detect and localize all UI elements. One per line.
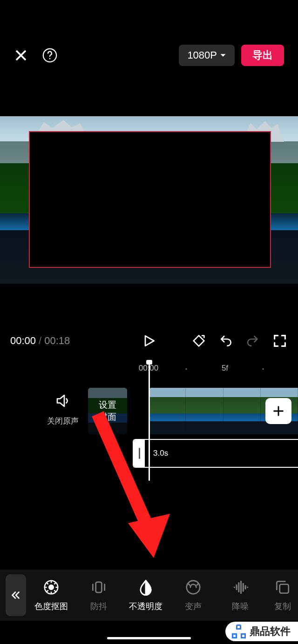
watermark: 鼎品软件 xyxy=(225,622,298,641)
frame-thumb xyxy=(186,388,223,434)
close-icon[interactable] xyxy=(14,48,28,62)
export-label: 导出 xyxy=(252,48,273,62)
tool-copy[interactable]: 复制 xyxy=(271,578,294,612)
cover-label: 设置 封面 xyxy=(88,388,127,434)
redo-icon xyxy=(245,333,261,349)
clip-handle-left[interactable] xyxy=(134,440,145,467)
set-cover-button[interactable]: 设置 封面 xyxy=(88,388,127,434)
time-current: 00:00 xyxy=(10,335,36,346)
frame-thumb xyxy=(224,388,261,434)
chroma-icon xyxy=(42,578,60,596)
tool-voice-change[interactable]: 变声 xyxy=(176,578,210,612)
overlay-clip[interactable]: 3.0s xyxy=(133,439,298,468)
clip-duration: 3.0s xyxy=(153,449,168,458)
chevron-down-icon xyxy=(220,52,226,59)
denoise-icon xyxy=(231,578,249,596)
svg-point-7 xyxy=(187,581,200,594)
svg-point-5 xyxy=(49,585,54,590)
toolbar-back-button[interactable] xyxy=(6,574,26,616)
tool-denoise[interactable]: 降噪 xyxy=(224,578,257,612)
play-button[interactable] xyxy=(142,332,156,349)
home-indicator xyxy=(107,637,191,639)
ruler-mark-5f: 5f xyxy=(222,364,228,373)
watermark-logo xyxy=(232,624,246,638)
speaker-icon xyxy=(54,392,71,409)
video-preview[interactable] xyxy=(0,116,298,284)
plus-icon xyxy=(272,405,285,418)
resolution-label: 1080P xyxy=(187,49,217,61)
tool-opacity[interactable]: 不透明度 xyxy=(129,578,163,612)
mute-audio-button[interactable]: 关闭原声 xyxy=(44,392,81,426)
tool-chroma-key[interactable]: 色度抠图 xyxy=(34,578,68,612)
time-total: 00:18 xyxy=(44,335,70,346)
copy-icon xyxy=(274,578,291,596)
resolution-button[interactable]: 1080P xyxy=(179,45,235,66)
fullscreen-icon[interactable] xyxy=(272,333,288,349)
watermark-text: 鼎品软件 xyxy=(250,624,291,638)
timecode: 00:00/00:18 xyxy=(10,335,70,347)
bottom-toolbar: 色度抠图 防抖 不透明度 变声 降噪 复制 xyxy=(0,570,298,621)
stabilize-icon xyxy=(90,578,108,596)
add-clip-button[interactable] xyxy=(265,398,291,424)
chevrons-left-icon xyxy=(10,589,22,601)
voice-icon xyxy=(184,578,202,596)
opacity-icon xyxy=(137,578,155,596)
keyframe-icon[interactable] xyxy=(191,333,207,349)
undo-icon[interactable] xyxy=(218,333,234,349)
svg-rect-6 xyxy=(95,582,102,592)
svg-marker-3 xyxy=(128,514,170,558)
overlay-selection[interactable] xyxy=(29,131,271,268)
playhead[interactable] xyxy=(149,362,150,481)
mute-label: 关闭原声 xyxy=(44,416,81,426)
svg-rect-8 xyxy=(280,584,289,593)
export-button[interactable]: 导出 xyxy=(241,45,284,66)
tool-stabilize[interactable]: 防抖 xyxy=(82,578,115,612)
frame-thumb xyxy=(149,388,186,434)
svg-point-1 xyxy=(49,58,51,60)
help-icon[interactable] xyxy=(42,47,58,63)
